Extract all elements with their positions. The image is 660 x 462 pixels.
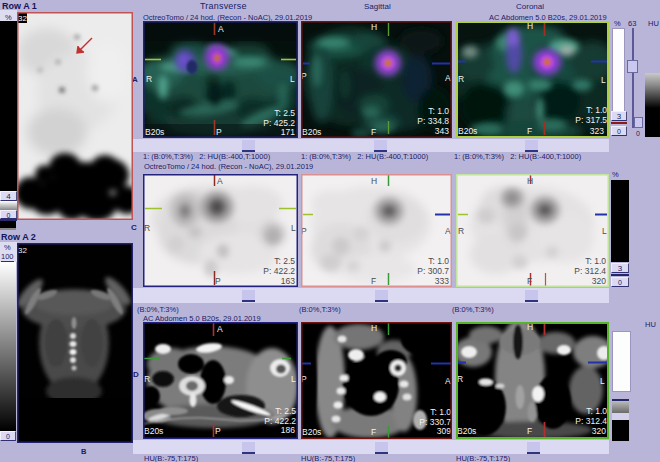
svg-text:P: 334.8: P: 334.8 xyxy=(417,116,449,126)
svg-text:L: L xyxy=(291,374,296,384)
svg-text:171: 171 xyxy=(281,127,295,137)
svg-text:A: A xyxy=(217,324,223,334)
svg-text:F: F xyxy=(527,126,532,136)
svg-text:L: L xyxy=(291,223,296,233)
svg-text:320: 320 xyxy=(592,426,606,436)
svg-text:H: H xyxy=(527,176,533,186)
svg-text:L: L xyxy=(601,75,606,85)
svg-text:B20s: B20s xyxy=(145,127,164,137)
svg-text:T: 1.0: T: 1.0 xyxy=(428,256,449,266)
svg-text:H: H xyxy=(371,176,377,186)
svg-text:B20s: B20s xyxy=(457,426,476,436)
svg-text:P: 422.2: P: 422.2 xyxy=(263,266,295,276)
svg-text:T: 1.0: T: 1.0 xyxy=(585,256,606,266)
svg-text:T: 2.5: T: 2.5 xyxy=(275,406,296,416)
svg-text:B20s: B20s xyxy=(302,127,321,137)
svg-text:A: A xyxy=(445,73,451,83)
svg-text:P: 300.7: P: 300.7 xyxy=(417,266,449,276)
svg-text:T: 1.0: T: 1.0 xyxy=(586,105,607,115)
svg-text:32: 32 xyxy=(18,14,27,23)
svg-text:F: F xyxy=(527,426,532,436)
svg-text:P: 312.4: P: 312.4 xyxy=(574,266,606,276)
svg-text:P: P xyxy=(215,276,221,286)
svg-text:F: F xyxy=(371,276,376,286)
svg-text:P: 312.4: P: 312.4 xyxy=(575,416,607,426)
svg-text:R: R xyxy=(146,74,152,84)
svg-text:T: 1.0: T: 1.0 xyxy=(430,407,451,417)
svg-text:H: H xyxy=(371,22,377,32)
svg-text:A: A xyxy=(445,376,451,386)
svg-text:320: 320 xyxy=(592,276,606,286)
svg-text:343: 343 xyxy=(435,126,449,136)
svg-text:323: 323 xyxy=(590,126,604,136)
svg-text:B20s: B20s xyxy=(144,426,163,436)
svg-text:T: 1.0: T: 1.0 xyxy=(586,406,607,416)
svg-text:R: R xyxy=(144,223,150,233)
svg-text:L: L xyxy=(600,376,605,386)
svg-text:P: P xyxy=(215,426,221,436)
svg-text:32: 32 xyxy=(18,246,27,255)
svg-text:T: 2.5: T: 2.5 xyxy=(274,108,295,118)
svg-text:R: R xyxy=(458,226,464,236)
svg-text:309: 309 xyxy=(437,426,451,436)
svg-text:F: F xyxy=(371,427,376,437)
svg-text:B20s: B20s xyxy=(458,126,477,136)
svg-text:333: 333 xyxy=(435,276,449,286)
svg-text:L: L xyxy=(290,74,295,84)
svg-text:F: F xyxy=(371,127,376,137)
svg-text:P: 317.5: P: 317.5 xyxy=(575,115,607,125)
svg-text:L: L xyxy=(602,226,607,236)
svg-text:186: 186 xyxy=(281,425,295,435)
svg-text:H: H xyxy=(371,323,377,333)
svg-text:R: R xyxy=(458,74,464,84)
svg-text:A: A xyxy=(218,24,224,34)
svg-text:R: R xyxy=(144,374,150,384)
svg-text:163: 163 xyxy=(281,276,295,286)
svg-text:A: A xyxy=(217,176,223,186)
svg-text:F: F xyxy=(527,276,532,286)
svg-text:B20s: B20s xyxy=(302,427,321,437)
svg-text:P: P xyxy=(216,127,222,137)
svg-text:A: A xyxy=(445,226,451,236)
svg-text:T: 1.0: T: 1.0 xyxy=(428,106,449,116)
svg-text:T: 2.5: T: 2.5 xyxy=(274,256,295,266)
